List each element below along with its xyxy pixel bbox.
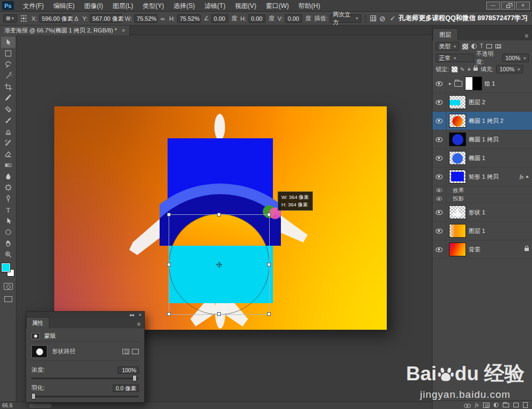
collapse-effects-icon[interactable] bbox=[526, 176, 529, 178]
history-brush-tool[interactable] bbox=[1, 137, 15, 148]
new-group-icon[interactable] bbox=[503, 403, 509, 407]
layer-thumbnail[interactable] bbox=[449, 114, 466, 128]
layer-thumbnail[interactable] bbox=[449, 151, 466, 165]
visibility-toggle[interactable] bbox=[433, 112, 446, 130]
h-skew-field[interactable]: 0.00 bbox=[248, 14, 265, 23]
visibility-toggle[interactable] bbox=[433, 222, 446, 240]
handle-top-center[interactable] bbox=[217, 213, 221, 216]
blend-mode-select[interactable]: 正常 ▾ bbox=[436, 54, 474, 62]
filter-smart-objects-icon[interactable] bbox=[495, 44, 501, 48]
menu-window[interactable]: 窗口(W) bbox=[261, 0, 294, 12]
menu-filter[interactable]: 滤镜(T) bbox=[200, 0, 230, 12]
tab-close-icon[interactable]: × bbox=[122, 27, 125, 34]
type-tool[interactable]: T bbox=[1, 204, 15, 215]
layer-thumbnail[interactable] bbox=[449, 224, 466, 238]
interpolation-select[interactable]: 两次立方 ▾ bbox=[330, 14, 361, 23]
effects-row[interactable]: 效果 bbox=[433, 186, 532, 195]
layer-row-shape1[interactable]: 形状 1 bbox=[433, 203, 532, 222]
path-selection-tool[interactable] bbox=[1, 215, 15, 227]
clone-stamp-tool[interactable] bbox=[1, 126, 15, 137]
x-position-field[interactable]: 596.00 像素 bbox=[39, 14, 71, 23]
restore-button[interactable] bbox=[501, 2, 515, 10]
lock-transparent-pixels-icon[interactable] bbox=[452, 66, 458, 72]
layer-name[interactable]: 椭圆 1 拷贝 bbox=[469, 136, 498, 144]
add-vector-mask-icon[interactable] bbox=[132, 349, 139, 354]
feather-value[interactable]: 0.0 像素 bbox=[113, 385, 139, 392]
feather-slider[interactable] bbox=[31, 396, 139, 397]
layer-row-ellipse1-copy[interactable]: 椭圆 1 拷贝 bbox=[433, 130, 532, 149]
effects-label[interactable]: 效果 bbox=[453, 187, 464, 194]
document-tab[interactable]: 渐变海报 @ 66.7%(椭圆 1 拷贝 2, RGB/8) * × bbox=[0, 26, 130, 35]
gradient-tool[interactable] bbox=[1, 160, 15, 171]
filter-type-layers-icon[interactable]: T bbox=[480, 44, 483, 49]
transform-bounding-box[interactable] bbox=[169, 214, 270, 315]
adjustment-layer-icon[interactable] bbox=[494, 403, 498, 407]
tab-layers[interactable]: 图层 bbox=[433, 28, 458, 40]
layer-thumbnail[interactable] bbox=[449, 170, 466, 183]
layer-name[interactable]: 矩形 1 拷贝 bbox=[469, 173, 498, 181]
link-layers-icon[interactable] bbox=[464, 403, 471, 407]
layer-name[interactable]: 图层 2 bbox=[469, 98, 485, 106]
layer-thumbnail[interactable] bbox=[465, 77, 482, 90]
drop-shadow-row[interactable]: 投影 bbox=[433, 195, 532, 203]
close-button[interactable]: × bbox=[516, 2, 530, 10]
visibility-toggle[interactable] bbox=[433, 130, 446, 148]
quick-mask-button[interactable] bbox=[4, 283, 13, 290]
brush-tool[interactable] bbox=[1, 115, 15, 126]
healing-brush-tool[interactable] bbox=[1, 104, 15, 115]
layer-row-ellipse1[interactable]: 椭圆 1 bbox=[433, 149, 532, 168]
handle-top-left[interactable] bbox=[167, 213, 171, 216]
density-slider[interactable] bbox=[31, 378, 139, 379]
eraser-tool[interactable] bbox=[1, 148, 15, 160]
menu-layer[interactable]: 图层(L) bbox=[108, 0, 138, 12]
ellipse-shape-tool[interactable] bbox=[1, 227, 15, 238]
horizontal-scrollbar[interactable] bbox=[29, 404, 52, 408]
filter-adjustment-layers-icon[interactable] bbox=[471, 44, 477, 49]
menu-help[interactable]: 帮助(H) bbox=[294, 0, 325, 12]
handle-middle-right[interactable] bbox=[267, 263, 271, 266]
y-position-field[interactable]: 567.00 像素 bbox=[90, 14, 122, 23]
marquee-tool[interactable] bbox=[1, 48, 15, 59]
zoom-tool[interactable] bbox=[1, 249, 15, 260]
close-panel-icon[interactable]: × bbox=[139, 313, 142, 318]
layer-row-rect1-copy[interactable]: 矩形 1 拷贝 fx bbox=[433, 168, 532, 186]
layer-name[interactable]: 图层 1 bbox=[469, 227, 485, 235]
rotation-field[interactable]: 0.00 bbox=[211, 14, 228, 23]
drop-shadow-label[interactable]: 投影 bbox=[453, 195, 464, 203]
visibility-toggle[interactable] bbox=[433, 240, 446, 258]
filter-pixel-layers-icon[interactable] bbox=[462, 44, 468, 49]
lock-image-pixels-icon[interactable]: ✎ bbox=[460, 66, 464, 72]
tool-preset-picker[interactable]: ▾ bbox=[3, 14, 17, 23]
fx-badge[interactable]: fx bbox=[520, 174, 523, 180]
layer-thumbnail[interactable] bbox=[449, 95, 466, 109]
height-scale-field[interactable]: 75.52% bbox=[177, 14, 201, 23]
filter-shape-layers-icon[interactable] bbox=[486, 44, 492, 48]
foreground-color-swatch[interactable] bbox=[2, 263, 10, 272]
shape-path-thumbnail[interactable] bbox=[31, 345, 47, 358]
menu-view[interactable]: 视图(V) bbox=[230, 0, 261, 12]
new-layer-icon[interactable] bbox=[513, 403, 519, 407]
fill-select[interactable]: 100% ▾ bbox=[496, 65, 523, 73]
layer-row-background[interactable]: 背景 bbox=[433, 240, 532, 259]
magic-wand-tool[interactable] bbox=[1, 70, 15, 81]
blur-tool[interactable] bbox=[1, 171, 15, 182]
layer-name[interactable]: 椭圆 1 拷贝 2 bbox=[469, 117, 503, 125]
visibility-toggle[interactable] bbox=[433, 186, 446, 194]
delete-layer-icon[interactable] bbox=[523, 403, 528, 408]
panel-menu-icon[interactable]: ≡ bbox=[134, 321, 144, 328]
layer-thumbnail[interactable] bbox=[449, 243, 466, 256]
reference-point-locator[interactable] bbox=[21, 15, 27, 22]
v-skew-field[interactable]: 0.00 bbox=[285, 14, 302, 23]
visibility-toggle[interactable] bbox=[433, 195, 446, 203]
layer-row-group1[interactable]: ▸ 组 1 bbox=[433, 74, 532, 93]
handle-bottom-left[interactable] bbox=[167, 312, 171, 316]
menu-select[interactable]: 选择(S) bbox=[169, 0, 200, 12]
layer-style-icon[interactable]: fx bbox=[475, 402, 479, 408]
move-tool[interactable] bbox=[1, 37, 15, 48]
visibility-toggle[interactable] bbox=[433, 203, 446, 221]
filter-type-select[interactable]: 类型 ▾ bbox=[436, 42, 459, 51]
minimize-button[interactable]: — bbox=[486, 2, 500, 10]
density-slider-knob[interactable] bbox=[132, 375, 137, 381]
group-collapse-icon[interactable]: ▸ bbox=[449, 81, 452, 86]
add-pixel-mask-icon[interactable] bbox=[122, 349, 129, 354]
